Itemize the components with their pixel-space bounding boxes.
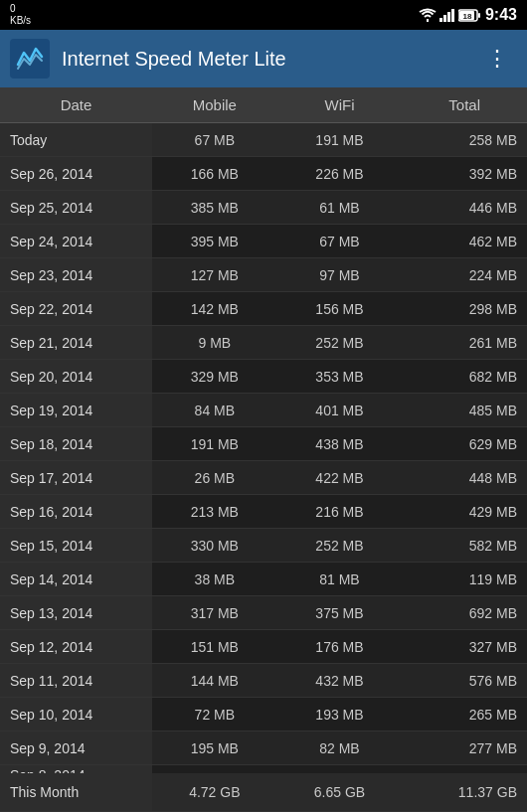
status-right: 18 9:43 [419,6,517,24]
svg-rect-0 [439,18,442,22]
signal-icon [439,8,455,22]
title-bar: Internet Speed Meter Lite ⋮ [0,30,527,87]
cell-mobile: 213 MB [152,504,277,520]
this-month-row[interactable]: This Month 4.72 GB 6.65 GB 11.37 GB [0,773,527,812]
cell-date: Sep 18, 2014 [0,427,152,460]
cell-date: Sep 21, 2014 [0,326,152,359]
speed-value: 0 [10,3,16,15]
cell-date: Today [0,123,152,156]
cell-wifi: 252 MB [277,538,403,554]
table-row[interactable]: Sep 11, 2014 144 MB 432 MB 576 MB [0,664,527,698]
cell-wifi: 432 MB [277,673,403,689]
table-row[interactable]: Sep 16, 2014 213 MB 216 MB 429 MB [0,495,527,529]
cell-date: Sep 17, 2014 [0,461,152,494]
table-row[interactable]: Sep 18, 2014 191 MB 438 MB 629 MB [0,427,527,461]
table-row[interactable]: Today 67 MB 191 MB 258 MB [0,123,527,157]
table-row[interactable]: Sep 24, 2014 395 MB 67 MB 462 MB [0,225,527,258]
wifi-icon [419,8,437,22]
table-row[interactable]: Sep 20, 2014 329 MB 353 MB 682 MB [0,360,527,394]
table-row[interactable]: Sep 13, 2014 317 MB 375 MB 692 MB [0,596,527,630]
table-row[interactable]: Sep 12, 2014 151 MB 176 MB 327 MB [0,630,527,664]
col-total-header: Total [402,96,527,113]
cell-total: 265 MB [402,707,527,723]
table-row[interactable]: Sep 17, 2014 26 MB 422 MB 448 MB [0,461,527,495]
clock: 9:43 [485,6,517,24]
this-month-total: 11.37 GB [402,784,527,800]
table-row[interactable]: Sep 15, 2014 330 MB 252 MB 582 MB [0,529,527,563]
table-row[interactable]: Sep 21, 2014 9 MB 252 MB 261 MB [0,326,527,360]
cell-total: 448 MB [402,470,527,486]
table-row[interactable]: Sep 19, 2014 84 MB 401 MB 485 MB [0,394,527,427]
cell-total: 629 MB [402,436,527,452]
status-bar: 0 KB/s 18 [0,0,527,30]
cell-mobile: 67 MB [152,132,277,148]
cell-date: Sep 9, 2014 [0,731,152,764]
cell-mobile: 329 MB [152,369,277,385]
cell-total: 462 MB [402,234,527,249]
cell-date: Sep 25, 2014 [0,191,152,224]
cell-total: 261 MB [402,335,527,351]
cell-mobile: 385 MB [152,200,277,216]
cell-total: 119 MB [402,571,527,587]
cell-total: 429 MB [402,504,527,520]
cell-total: 582 MB [402,538,527,554]
cell-total: 277 MB [402,740,527,756]
this-month-label: This Month [0,773,152,811]
cell-mobile: 191 MB [152,436,277,452]
cell-date: Sep 15, 2014 [0,529,152,562]
app-logo [10,39,50,79]
table-body: Today 67 MB 191 MB 258 MB Sep 26, 2014 1… [0,123,527,812]
cell-mobile: 195 MB [152,740,277,756]
cell-total: 485 MB [402,403,527,418]
cell-mobile: 127 MB [152,267,277,283]
cell-date: Sep 12, 2014 [0,630,152,663]
this-month-mobile: 4.72 GB [152,784,277,800]
table-row[interactable]: Sep 14, 2014 38 MB 81 MB 119 MB [0,563,527,596]
table-row[interactable]: Sep 9, 2014 195 MB 82 MB 277 MB [0,731,527,765]
battery-icon: 18 [458,9,480,22]
cell-total: 258 MB [402,132,527,148]
cell-wifi: 375 MB [277,605,403,621]
cell-date: Sep 16, 2014 [0,495,152,528]
table-row[interactable]: Sep 26, 2014 166 MB 226 MB 392 MB [0,157,527,191]
cell-total: 392 MB [402,166,527,182]
cell-wifi: 226 MB [277,166,403,182]
svg-rect-1 [443,15,446,22]
cell-total: 446 MB [402,200,527,216]
table-row[interactable]: Sep 22, 2014 142 MB 156 MB 298 MB [0,292,527,326]
cell-total: 682 MB [402,369,527,385]
cell-mobile: 142 MB [152,301,277,317]
cell-total: 327 MB [402,639,527,655]
cell-wifi: 191 MB [277,132,403,148]
cell-mobile: 26 MB [152,470,277,486]
cell-total: 298 MB [402,301,527,317]
cell-mobile: 395 MB [152,234,277,249]
cell-mobile: 84 MB [152,403,277,418]
table-row[interactable]: Sep 23, 2014 127 MB 97 MB 224 MB [0,258,527,292]
cell-date: Sep 20, 2014 [0,360,152,393]
cell-total: 692 MB [402,605,527,621]
cell-mobile: 151 MB [152,639,277,655]
table-row[interactable]: Sep 25, 2014 385 MB 61 MB 446 MB [0,191,527,225]
cell-wifi: 156 MB [277,301,403,317]
cell-wifi: 438 MB [277,436,403,452]
cell-mobile: 38 MB [152,571,277,587]
cell-wifi: 61 MB [277,200,403,216]
cell-date: Sep 11, 2014 [0,664,152,697]
cell-date: Sep 13, 2014 [0,596,152,629]
col-date-header: Date [0,96,152,113]
this-month-wifi: 6.65 GB [277,784,403,800]
svg-rect-6 [478,13,480,18]
cell-total: 224 MB [402,267,527,283]
cell-mobile: 9 MB [152,335,277,351]
svg-rect-3 [451,9,454,22]
cell-date: Sep 10, 2014 [0,698,152,731]
cell-wifi: 401 MB [277,403,403,418]
cell-total: 576 MB [402,673,527,689]
cell-mobile: 144 MB [152,673,277,689]
table-row[interactable]: Sep 10, 2014 72 MB 193 MB 265 MB [0,698,527,731]
app-title: Internet Speed Meter Lite [62,48,478,71]
menu-button[interactable]: ⋮ [478,42,517,76]
col-mobile-header: Mobile [152,96,277,113]
status-icons: 18 [419,8,480,22]
